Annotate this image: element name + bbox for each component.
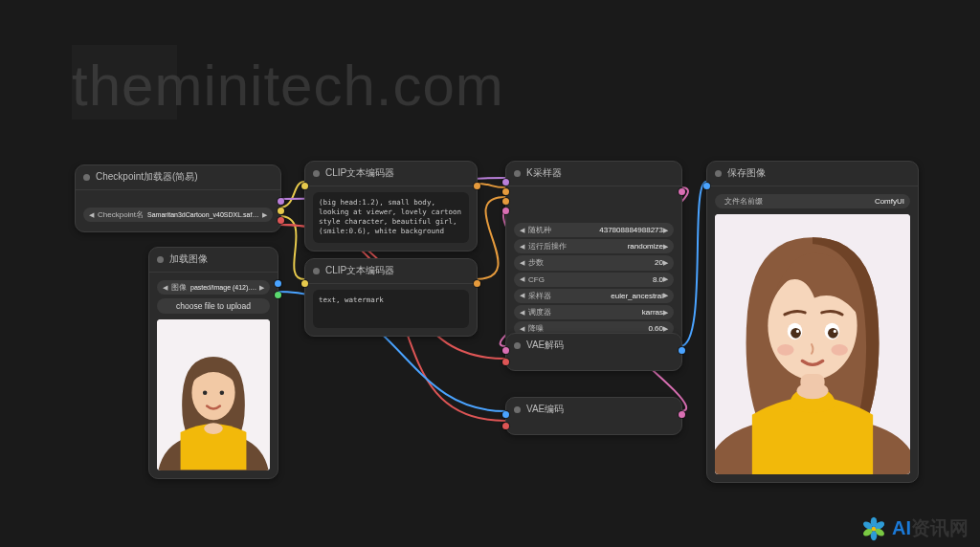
param-value: randomize xyxy=(570,241,663,252)
collapse-dot-icon[interactable] xyxy=(715,170,722,177)
chevron-left-icon: ◀ xyxy=(163,283,167,293)
chevron-right-icon: ▶ xyxy=(663,242,668,252)
param-label: 随机种 xyxy=(528,225,551,235)
svg-point-2 xyxy=(203,391,208,396)
port-image-out[interactable] xyxy=(679,347,685,354)
ksampler-param-row[interactable]: ◀运行后操作randomize▶ xyxy=(514,239,674,253)
brand-text-rest: 资讯网 xyxy=(911,517,969,538)
node-clip-text-encode-negative[interactable]: CLIP文本编码器 text, watermark xyxy=(304,258,478,337)
chevron-right-icon: ▶ xyxy=(663,308,668,317)
collapse-dot-icon[interactable] xyxy=(514,170,521,177)
node-header[interactable]: K采样器 xyxy=(506,162,681,186)
port-latent-in[interactable] xyxy=(502,208,509,214)
node-header[interactable]: VAE解码 xyxy=(506,334,681,358)
node-vae-encode[interactable]: VAE编码 xyxy=(505,397,682,435)
ksampler-param-row[interactable]: ◀CFG8.0▶ xyxy=(514,273,674,287)
chevron-right-icon: ▶ xyxy=(663,291,668,300)
watermark-text: theminitech.com xyxy=(72,53,504,119)
node-clip-text-encode-positive[interactable]: CLIP文本编码器 (big head:1.2), small body, lo… xyxy=(304,161,478,252)
collapse-dot-icon[interactable] xyxy=(514,342,521,349)
node-title: 保存图像 xyxy=(727,166,766,180)
port-clip-in[interactable] xyxy=(301,280,308,287)
port-vae-in[interactable] xyxy=(502,359,509,365)
node-header[interactable]: Checkpoint加载器(简易) xyxy=(76,165,280,190)
port-image-out[interactable] xyxy=(275,280,281,287)
chevron-right-icon: ▶ xyxy=(663,226,668,235)
param-label: CFG xyxy=(528,274,545,285)
param-label: 步数 xyxy=(528,257,544,268)
ksampler-param-row[interactable]: ◀采样器euler_ancestral▶ xyxy=(514,289,674,303)
svg-point-12 xyxy=(834,330,836,333)
chevron-left-icon: ◀ xyxy=(520,258,524,268)
node-ksampler[interactable]: K采样器 ◀随机种437808884988273▶◀运行后操作randomize… xyxy=(505,161,682,346)
param-value: karras xyxy=(555,307,663,317)
svg-point-11 xyxy=(796,330,799,333)
node-header[interactable]: CLIP文本编码器 xyxy=(305,259,477,284)
port-latent-out[interactable] xyxy=(679,188,685,195)
prompt-textarea[interactable]: (big head:1.2), small body, looking at v… xyxy=(313,192,469,243)
port-model-out[interactable] xyxy=(278,198,284,205)
node-vae-decode[interactable]: VAE解码 xyxy=(505,333,682,371)
param-label: 调度器 xyxy=(528,307,551,317)
collapse-dot-icon[interactable] xyxy=(83,174,90,181)
site-brand-logo: AI资讯网 xyxy=(861,515,969,541)
port-positive-in[interactable] xyxy=(502,188,509,195)
brand-star-icon xyxy=(861,516,886,541)
chevron-right-icon: ▶ xyxy=(262,210,267,220)
node-title: 加载图像 xyxy=(169,252,208,266)
port-images-in[interactable] xyxy=(703,183,710,189)
chevron-left-icon: ◀ xyxy=(89,210,94,220)
port-conditioning-out[interactable] xyxy=(474,183,480,189)
node-title: CLIP文本编码器 xyxy=(325,166,394,180)
port-samples-in[interactable] xyxy=(502,347,509,354)
output-image-preview xyxy=(715,214,910,474)
port-pixels-in[interactable] xyxy=(502,411,509,418)
param-value: 8.0 xyxy=(548,274,663,285)
collapse-dot-icon[interactable] xyxy=(313,170,320,177)
image-file-field[interactable]: ◀ 图像 pasted/image (412).png ▶ xyxy=(157,280,270,295)
svg-point-16 xyxy=(796,383,828,399)
port-clip-out[interactable] xyxy=(278,208,284,214)
chevron-left-icon: ◀ xyxy=(520,274,524,284)
port-mask-out[interactable] xyxy=(275,292,281,298)
chevron-left-icon: ◀ xyxy=(520,242,524,252)
port-latent-out[interactable] xyxy=(679,411,685,418)
svg-point-13 xyxy=(777,344,793,356)
ksampler-param-row[interactable]: ◀调度器karras▶ xyxy=(514,305,674,319)
collapse-dot-icon[interactable] xyxy=(157,256,164,263)
svg-point-3 xyxy=(220,391,225,396)
collapse-dot-icon[interactable] xyxy=(514,406,521,413)
node-save-image[interactable]: 保存图像 文件名前缀 ComfyUI xyxy=(706,161,919,483)
node-title: VAE编码 xyxy=(526,403,564,416)
param-label: 运行后操作 xyxy=(528,241,567,252)
chevron-right-icon: ▶ xyxy=(663,274,668,284)
svg-point-14 xyxy=(831,344,847,356)
node-checkpoint-loader[interactable]: Checkpoint加载器(简易) ◀ Checkpoint名 Samarita… xyxy=(75,164,281,232)
node-title: CLIP文本编码器 xyxy=(325,264,394,277)
ksampler-param-row[interactable]: ◀随机种437808884988273▶ xyxy=(514,223,674,237)
port-negative-in[interactable] xyxy=(502,198,509,205)
port-vae-in[interactable] xyxy=(502,423,509,429)
param-value: 437808884988273 xyxy=(555,225,663,235)
port-model-in[interactable] xyxy=(502,179,509,186)
ksampler-param-row[interactable]: ◀步数20▶ xyxy=(514,255,674,270)
node-header[interactable]: 加载图像 xyxy=(149,248,278,273)
filename-prefix-field[interactable]: 文件名前缀 ComfyUI xyxy=(715,194,910,208)
port-conditioning-out[interactable] xyxy=(474,280,480,287)
input-image-preview xyxy=(157,319,270,470)
node-load-image[interactable]: 加载图像 ◀ 图像 pasted/image (412).png ▶ choos… xyxy=(148,247,278,479)
node-title: K采样器 xyxy=(526,166,562,180)
node-header[interactable]: CLIP文本编码器 xyxy=(305,162,477,186)
choose-file-button[interactable]: choose file to upload xyxy=(157,298,270,314)
node-header[interactable]: 保存图像 xyxy=(707,162,918,186)
svg-point-10 xyxy=(828,328,838,339)
collapse-dot-icon[interactable] xyxy=(313,268,320,274)
chevron-left-icon: ◀ xyxy=(520,226,524,235)
port-clip-in[interactable] xyxy=(301,183,308,189)
node-header[interactable]: VAE编码 xyxy=(506,398,681,422)
param-label: 采样器 xyxy=(528,291,551,301)
checkpoint-name-field[interactable]: ◀ Checkpoint名 Samaritan3dCartoon_v40SDXL… xyxy=(83,208,273,222)
port-vae-out[interactable] xyxy=(278,217,284,224)
node-graph-canvas[interactable]: theminitech.com Checkpoint加载器(简易) ◀ Chec… xyxy=(0,0,980,547)
prompt-textarea[interactable]: text, watermark xyxy=(313,290,469,328)
